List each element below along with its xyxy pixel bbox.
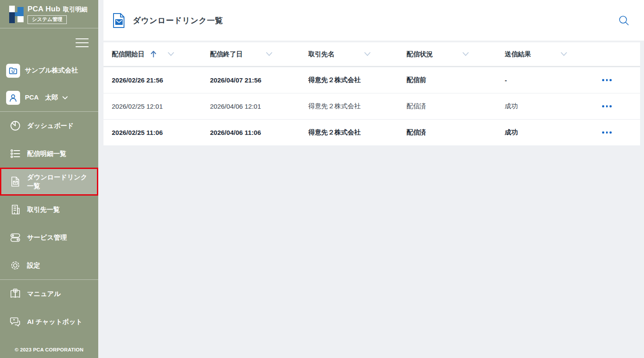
company-selector[interactable]: サンプル株式会社	[0, 57, 98, 84]
sidebar-item-ai-chatbot[interactable]: AI チャットボット	[0, 308, 98, 336]
download-link-doc-icon	[10, 176, 21, 187]
cell-delivery-status: 配信済	[406, 102, 505, 110]
sidebar-item-delivery-details[interactable]: 配信明細一覧	[0, 140, 98, 168]
user-icon	[6, 91, 20, 105]
column-header-start-date[interactable]: 配信開始日	[112, 50, 210, 59]
row-actions-button[interactable]	[600, 76, 613, 84]
sidebar-toggle-row	[0, 28, 98, 57]
search-button[interactable]	[617, 14, 630, 27]
column-label: 配信開始日	[112, 50, 145, 59]
row-actions-button[interactable]	[600, 103, 613, 110]
sidebar-item-dashboard[interactable]: ダッシュボード	[0, 112, 98, 140]
cell-send-result: 成功	[505, 128, 603, 137]
sidebar-item-download-links[interactable]: ダウンロードリンク一覧	[0, 168, 98, 196]
chatbot-icon	[10, 316, 21, 327]
table-row[interactable]: 2026/02/25 12:01 2026/04/06 12:01 得意先２株式…	[103, 93, 640, 119]
sidebar-item-service-management[interactable]: サービス管理	[0, 224, 98, 251]
sidebar-item-label: サービス管理	[27, 233, 67, 242]
cell-end-date: 2026/04/06 12:01	[210, 103, 308, 110]
sort-ascending-icon[interactable]	[150, 51, 157, 58]
sidebar-item-manual[interactable]: マニュアル	[0, 280, 98, 308]
table-row[interactable]: 2026/02/26 21:56 2026/04/07 21:56 得意先２株式…	[103, 67, 640, 93]
row-actions-button[interactable]	[600, 129, 613, 136]
cell-client: 得意先２株式会社	[308, 102, 406, 110]
sidebar-item-clients[interactable]: 取引先一覧	[0, 196, 98, 224]
sidebar-nav: ダッシュボード 配信明細一覧 ダウンロードリンク一覧	[0, 112, 98, 279]
company-name: サンプル株式会社	[25, 66, 78, 75]
cell-delivery-status: 配信済	[406, 128, 505, 137]
brand-block: PCA Hub 取引明細 システム管理	[0, 0, 98, 28]
column-filter-chevron-icon[interactable]	[364, 52, 371, 56]
sidebar-help-nav: マニュアル AI チャットボット	[0, 280, 98, 336]
copyright: © 2023 PCA CORPORATION	[0, 347, 98, 358]
cell-client: 得意先２株式会社	[308, 128, 406, 137]
cell-start-date: 2026/02/25 11:06	[112, 129, 210, 136]
detail-list-icon	[10, 148, 21, 159]
sidebar-item-label: ダッシュボード	[27, 121, 74, 130]
cell-send-result: -	[505, 76, 603, 84]
user-menu[interactable]: PCA 太郎	[0, 84, 98, 111]
column-label: 取引先名	[308, 50, 334, 59]
toggles-icon	[10, 232, 21, 243]
table-header-row: 配信開始日 配信終了日 取引先名	[103, 42, 640, 67]
column-header-delivery-status[interactable]: 配信状況	[406, 50, 505, 59]
download-link-doc-icon	[112, 13, 125, 28]
column-header-client[interactable]: 取引先名	[308, 50, 406, 59]
page-header: ダウンロードリンク一覧	[103, 0, 644, 41]
column-label: 配信終了日	[210, 50, 243, 59]
sidebar-item-label: マニュアル	[27, 289, 61, 298]
sidebar-item-label: 配信明細一覧	[27, 149, 66, 158]
cell-send-result: 成功	[505, 102, 603, 110]
brand-name: PCA Hub	[28, 5, 60, 14]
sidebar: PCA Hub 取引明細 システム管理 サンプル株式会社	[0, 0, 98, 358]
column-header-send-result[interactable]: 送信結果	[505, 50, 603, 59]
column-filter-chevron-icon[interactable]	[462, 52, 469, 56]
dashboard-pie-icon	[10, 120, 21, 131]
user-name: PCA 太郎	[25, 93, 58, 102]
system-admin-badge: システム管理	[28, 15, 67, 24]
manual-book-icon	[10, 288, 21, 299]
gear-icon	[10, 260, 21, 271]
sidebar-item-settings[interactable]: 設定	[0, 251, 98, 279]
sidebar-item-label: AI チャットボット	[27, 317, 83, 326]
brand-product: 取引明細	[63, 6, 87, 14]
cell-end-date: 2026/04/07 21:56	[210, 76, 308, 84]
column-label: 送信結果	[505, 50, 531, 59]
sidebar-item-label: 取引先一覧	[27, 205, 60, 214]
column-label: 配信状況	[406, 50, 433, 59]
column-filter-chevron-icon[interactable]	[561, 52, 567, 56]
main-content: ダウンロードリンク一覧 配信開始日 配信終了日	[98, 0, 644, 358]
sidebar-item-label: 設定	[27, 261, 40, 270]
pca-logo-icon	[9, 6, 24, 23]
building-icon	[10, 204, 21, 215]
chevron-down-icon	[62, 94, 69, 101]
hamburger-menu-icon[interactable]	[76, 38, 89, 48]
column-filter-chevron-icon[interactable]	[266, 52, 272, 56]
page-title: ダウンロードリンク一覧	[133, 15, 223, 26]
cell-start-date: 2026/02/25 12:01	[112, 103, 210, 110]
column-filter-chevron-icon[interactable]	[168, 52, 174, 56]
cell-client: 得意先２株式会社	[308, 76, 406, 84]
table-row[interactable]: 2026/02/25 11:06 2026/04/06 11:06 得意先２株式…	[103, 119, 640, 145]
company-icon	[6, 64, 20, 78]
cell-delivery-status: 配信前	[406, 76, 505, 84]
search-icon	[618, 14, 630, 27]
cell-start-date: 2026/02/26 21:56	[112, 76, 210, 84]
sidebar-item-label: ダウンロードリンク一覧	[27, 173, 93, 191]
download-links-table: 配信開始日 配信終了日 取引先名	[103, 42, 640, 145]
cell-end-date: 2026/04/06 11:06	[210, 129, 308, 136]
column-header-end-date[interactable]: 配信終了日	[210, 50, 308, 59]
